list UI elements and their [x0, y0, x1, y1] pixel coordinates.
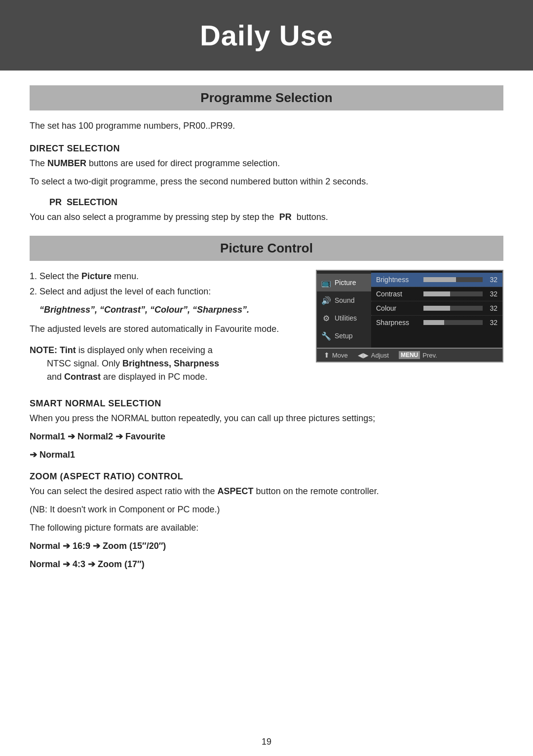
format-line1: Normal ➔ 16:9 ➔ Zoom (15″/20″): [30, 540, 503, 553]
pr-selection-text: You can also select a programme by press…: [30, 211, 503, 224]
tv-menu-label-sound: Sound: [335, 296, 354, 304]
tv-row-contrast: Contrast 32: [371, 287, 502, 301]
tv-menu-container: 📺 Picture 🔊 Sound ⚙ Utilities 🔧: [316, 270, 503, 389]
adjust-label: Adjust: [371, 352, 389, 359]
pr-selection-heading: PR SELECTION: [30, 197, 503, 208]
tv-menu-label-utilities: Utilities: [335, 314, 357, 322]
tv-menu-item-setup: 🔧 Setup: [317, 327, 371, 345]
smart-normal-heading: SMART NORMAL SELECTION: [30, 398, 503, 409]
direct-selection-line1: The NUMBER buttons are used for direct p…: [30, 157, 503, 170]
colour-bar: [423, 306, 483, 311]
tv-menu-item-sound: 🔊 Sound: [317, 291, 371, 309]
adjust-icon: ◀▶: [358, 351, 369, 359]
menu-label: MENU: [399, 351, 420, 359]
format-line2: Normal ➔ 4:3 ➔ Zoom (17″): [30, 558, 503, 571]
setup-icon: 🔧: [321, 330, 332, 341]
adjust-item: ◀▶ Adjust: [358, 351, 389, 359]
picture-control-heading: Picture Control: [30, 236, 503, 261]
sound-icon: 🔊: [321, 295, 332, 306]
prev-label: Prev.: [422, 352, 437, 359]
note-text: NOTE: Tint is displayed only when receiv…: [30, 344, 301, 384]
smart-normal-flow2: ➔ Normal1: [30, 448, 503, 462]
tv-row-brightness: Brightness 32: [371, 273, 502, 287]
tv-menu-item-picture: 📺 Picture: [317, 274, 371, 291]
tv-menu-label-setup: Setup: [335, 332, 353, 340]
direct-selection-line2: To select a two-digit programme, press t…: [30, 175, 503, 188]
tv-menu: 📺 Picture 🔊 Sound ⚙ Utilities 🔧: [316, 270, 503, 349]
page-title: Daily Use: [200, 19, 333, 52]
main-content: Programme Selection The set has 100 prog…: [0, 71, 533, 728]
contrast-bar: [423, 291, 483, 296]
smart-normal-flow: Normal1 ➔ Normal2 ➔ Favourite: [30, 430, 503, 443]
direct-selection-heading: DIRECT SELECTION: [30, 144, 503, 154]
header: Daily Use: [0, 0, 533, 71]
tv-row-colour: Colour 32: [371, 301, 502, 316]
zoom-text1: You can select the desired aspect ratio …: [30, 485, 503, 498]
prev-item: MENU Prev.: [399, 351, 437, 359]
adjusted-text: The adjusted levels are stored automatic…: [30, 323, 301, 336]
page-number: 19: [0, 728, 533, 756]
zoom-aspect-heading: ZOOM (ASPECT RATIO) CONTROL: [30, 471, 503, 482]
utilities-icon: ⚙: [321, 313, 332, 324]
sharpness-bar: [423, 320, 483, 325]
smart-normal-text: When you press the NORMAL button repeate…: [30, 412, 503, 425]
tv-row-sharpness: Sharpness 32: [371, 316, 502, 329]
picture-steps: Select the Picture menu. Select and adju…: [39, 270, 301, 298]
page-wrapper: Daily Use Programme Selection The set ha…: [0, 0, 533, 756]
tv-menu-left: 📺 Picture 🔊 Sound ⚙ Utilities 🔧: [317, 271, 371, 348]
step-1: Select the Picture menu.: [39, 270, 301, 283]
picture-control-left: Select the Picture menu. Select and adju…: [30, 270, 301, 389]
quote-text: “Brightness”, “Contrast”, “Colour”, “Sha…: [39, 303, 301, 317]
brightness-bar: [423, 277, 483, 282]
move-label: Move: [332, 352, 348, 359]
tv-menu-label-picture: Picture: [335, 279, 356, 287]
tv-menu-item-utilities: ⚙ Utilities: [317, 309, 371, 327]
step-2: Select and adjust the level of each func…: [39, 285, 301, 298]
programme-intro: The set has 100 programme numbers, PR00.…: [30, 119, 503, 133]
programme-selection-heading: Programme Selection: [30, 85, 503, 110]
move-icon: ⬆: [324, 351, 330, 359]
move-item: ⬆ Move: [324, 351, 348, 359]
tv-menu-right: Brightness 32 Contrast 32: [371, 271, 502, 348]
picture-control-layout: Select the Picture menu. Select and adju…: [30, 270, 503, 389]
picture-icon: 📺: [321, 277, 332, 288]
zoom-text2: (NB: It doesn't work in Component or PC …: [30, 503, 503, 516]
tv-bottom-bar: ⬆ Move ◀▶ Adjust MENU Prev.: [316, 349, 503, 362]
zoom-text3: The following picture formats are availa…: [30, 521, 503, 535]
